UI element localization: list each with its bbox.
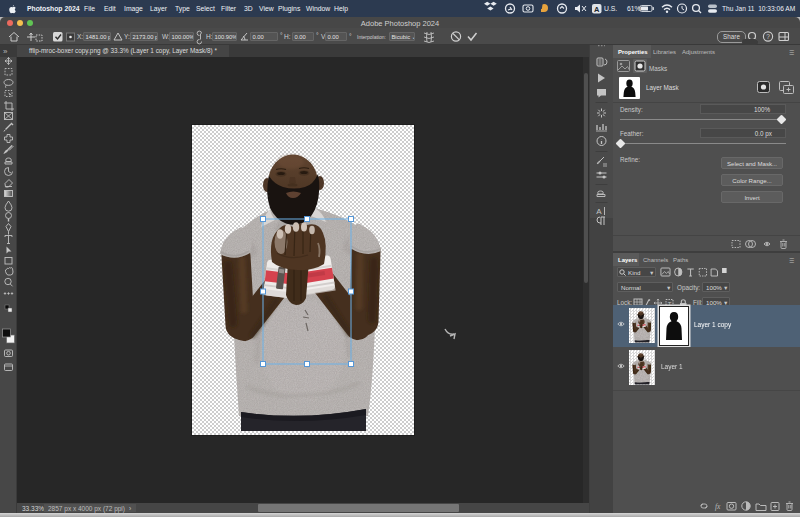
svg-text:A: A (594, 5, 600, 14)
svg-text:A: A (596, 207, 602, 216)
svg-text:fx: fx (715, 502, 721, 511)
svg-text:?: ? (766, 33, 770, 40)
